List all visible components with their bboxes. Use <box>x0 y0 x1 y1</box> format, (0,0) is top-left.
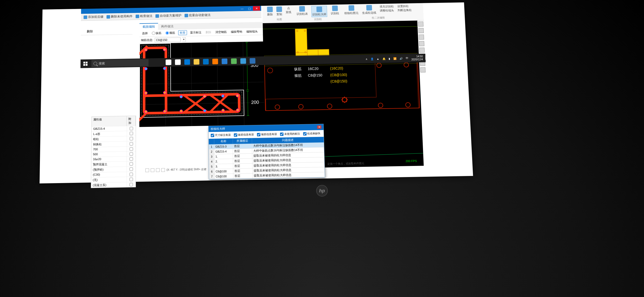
taskbar-app-taskview[interactable] <box>173 58 182 67</box>
tool-edit-bend[interactable]: 编辑弯钩 <box>230 29 243 34</box>
prop-extra-checkbox[interactable] <box>130 168 133 171</box>
prop-extra-checkbox[interactable] <box>130 147 133 151</box>
property-row[interactable]: 暗柱 <box>91 136 136 142</box>
dialog-close-button[interactable]: ✕ <box>317 126 321 129</box>
dialog-check[interactable]: 尺寸标注有误 <box>211 133 231 137</box>
tool-select[interactable]: 选择 <box>141 31 149 36</box>
taskbar-app-app2[interactable] <box>239 57 248 65</box>
dialog-check-input[interactable] <box>234 133 237 137</box>
taskbar-app-edge[interactable] <box>183 58 192 66</box>
ribbon-recog-table[interactable]: 识别柱表 <box>296 6 308 17</box>
property-row[interactable]: 预拌混凝土 <box>91 161 136 167</box>
ribbon-set-oblique[interactable]: 设置斜柱 <box>397 4 412 8</box>
taskbar-search[interactable]: 搜索 <box>91 59 149 67</box>
prop-extra-checkbox[interactable] <box>130 137 133 140</box>
property-row[interactable]: 转换柱 <box>91 141 136 147</box>
ribbon-delete[interactable]: 删除 <box>267 7 273 16</box>
tool-arrow-icon[interactable] <box>418 28 424 33</box>
ribbon-auto-maintain[interactable]: 自动套方案维护 <box>155 13 181 18</box>
taskbar-app-wechat[interactable] <box>229 57 238 66</box>
property-row[interactable]: 500 <box>91 151 136 157</box>
property-row[interactable]: (C30) <box>91 171 136 177</box>
tool-box1-icon[interactable] <box>419 35 424 40</box>
ribbon-batch-auto[interactable]: 批量自动套做法 <box>185 13 210 18</box>
tool-cube-icon[interactable] <box>418 21 424 26</box>
tray-up-icon[interactable]: ▲ <box>376 57 379 60</box>
tray-people-icon[interactable]: 👤 <box>370 57 374 60</box>
close-button[interactable]: ✕ <box>253 6 260 11</box>
prop-extra-checkbox[interactable] <box>130 173 133 176</box>
maximize-button[interactable]: ▢ <box>246 6 253 11</box>
ribbon-fill-recog[interactable]: 填充识别柱 <box>380 4 394 8</box>
prop-extra-checkbox[interactable] <box>130 142 133 146</box>
tray-wifi-icon[interactable]: 📶 <box>393 57 396 60</box>
ribbon-recog-column[interactable]: 识别柱 <box>330 6 339 17</box>
tab-component-method[interactable]: 构件做法 <box>158 23 177 30</box>
status-icon[interactable] <box>151 168 154 172</box>
minimize-button[interactable]: — <box>238 6 246 11</box>
ribbon-delete-unused[interactable]: 删除未使用构件 <box>107 14 132 19</box>
delete-action[interactable] <box>84 30 84 33</box>
property-row[interactable]: (预拌砼) <box>91 166 136 172</box>
dialog-check-input[interactable] <box>257 133 260 136</box>
property-row[interactable]: (混凝土泵) <box>91 182 136 188</box>
rebar-dropdown-button[interactable]: ▼ <box>182 37 186 42</box>
prop-extra-checkbox[interactable] <box>130 162 133 166</box>
ribbon-edge-corner[interactable]: 判断边角柱 <box>397 8 412 12</box>
system-tray[interactable]: ∧ 👤 ▲ 🔔 ▮ 📶 🔊 中 14:50 2020/12/4 <box>363 55 426 62</box>
ribbon-adjust-end[interactable]: 调整柱端头 <box>380 8 394 12</box>
taskbar-app-cortana[interactable] <box>164 58 173 67</box>
ribbon-add-prefix[interactable]: 添加前后缀 <box>84 15 103 19</box>
tray-battery-icon[interactable]: ▮ <box>388 57 390 60</box>
ribbon-line[interactable]: 直线 <box>286 10 291 14</box>
prop-extra-checkbox[interactable] <box>130 157 133 161</box>
tool-longitudinal[interactable]: 纵筋 <box>151 31 163 36</box>
taskbar-app-firefox[interactable] <box>211 57 220 66</box>
prop-extra-checkbox[interactable] <box>130 178 133 181</box>
rebar-info-input[interactable] <box>155 37 181 42</box>
tool-shape-rect[interactable]: 矩形 <box>178 30 187 35</box>
dialog-check-input[interactable] <box>211 134 214 137</box>
section-canvas[interactable]: 300 200 <box>139 41 265 127</box>
tool-delete[interactable]: 删除 <box>205 30 212 35</box>
taskbar-app-mail[interactable] <box>201 57 210 66</box>
property-row[interactable]: 16⌀20 <box>91 156 136 162</box>
prop-extra-checkbox[interactable] <box>130 127 133 130</box>
tool-box2-icon[interactable] <box>419 41 424 46</box>
property-row[interactable]: GBZ15-4 <box>91 126 136 131</box>
tool-clear-rebar[interactable]: 清空钢筋 <box>214 30 228 35</box>
start-button[interactable] <box>80 59 90 68</box>
status-icon[interactable] <box>156 168 160 172</box>
tool-show-dim[interactable]: 显示标注 <box>189 30 203 35</box>
ribbon-verify[interactable]: 校核柱图元 <box>344 5 359 15</box>
tool-box3-icon[interactable] <box>419 48 425 53</box>
dialog-check[interactable]: 纵筋信息有误 <box>234 133 254 137</box>
status-icon[interactable] <box>145 168 149 172</box>
tray-ime[interactable]: 中 <box>406 57 408 60</box>
ribbon-check-method[interactable]: 检查做法 <box>136 14 152 18</box>
delete-label[interactable]: 删除 <box>87 29 93 34</box>
property-row[interactable]: 700 <box>91 146 136 152</box>
property-row[interactable]: L-a形 <box>91 131 136 136</box>
dialog-check[interactable]: 箍筋信息有误 <box>257 132 277 136</box>
tray-volume-icon[interactable]: 🔊 <box>399 57 403 60</box>
tab-section-edit[interactable]: 截面编辑 <box>140 23 158 30</box>
prop-extra-checkbox[interactable] <box>130 152 133 156</box>
property-row[interactable]: (无) <box>91 177 136 183</box>
taskbar-app-explorer[interactable] <box>192 57 201 66</box>
tool-box6-icon[interactable] <box>420 67 425 73</box>
ribbon-point[interactable]: 点 <box>286 6 291 10</box>
ribbon-copy[interactable]: 复制 <box>276 6 282 16</box>
status-icon[interactable] <box>161 168 165 172</box>
dialog-check[interactable]: 柱名称缺失 <box>303 132 320 136</box>
taskbar-app-app3[interactable] <box>248 57 257 65</box>
dialog-check-input[interactable] <box>303 132 306 136</box>
ribbon-gen-edge[interactable]: 生成柱边线 <box>362 5 376 15</box>
taskbar-app-app1[interactable] <box>220 57 229 66</box>
taskbar-clock[interactable]: 14:50 2020/12/4 <box>411 55 423 61</box>
dialog-check-input[interactable] <box>280 132 283 136</box>
prop-extra-checkbox[interactable] <box>130 183 133 186</box>
tool-stirrup[interactable]: 箍筋 <box>164 30 176 35</box>
tool-edit-end[interactable]: 编辑端头 <box>245 29 259 34</box>
dialog-check[interactable]: 未使用的标注 <box>280 132 300 136</box>
